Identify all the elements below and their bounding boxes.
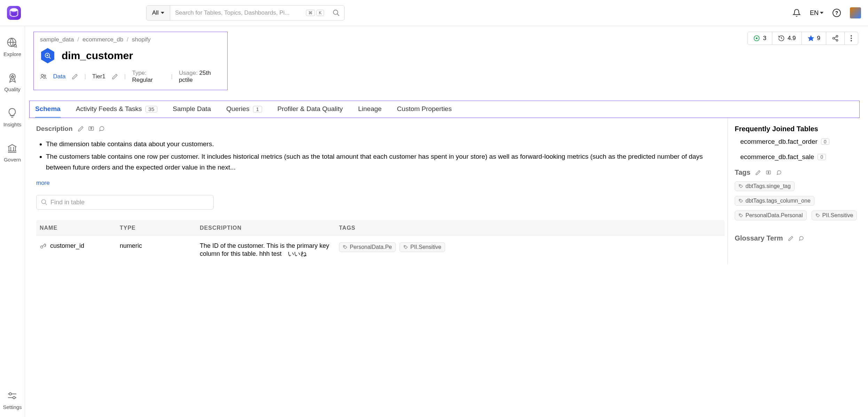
- share-button[interactable]: [826, 32, 845, 45]
- sidebar-item-explore[interactable]: Explore: [3, 37, 21, 57]
- comment-description[interactable]: [98, 126, 105, 132]
- stat-value: 3: [763, 35, 766, 42]
- svg-point-2: [333, 10, 338, 15]
- sidebar-label: Insights: [3, 121, 22, 127]
- tag-chip[interactable]: PersonalData.Pe: [339, 242, 396, 252]
- joined-table-item[interactable]: ecommerce_db.fact_order 0: [740, 138, 860, 145]
- tabs: Schema Activity Feeds & Tasks35 Sample D…: [29, 101, 860, 118]
- count-badge: 0: [821, 139, 829, 145]
- description-bullet: The customers table contains one row per…: [46, 151, 725, 173]
- tab-custom-props[interactable]: Custom Properties: [397, 105, 452, 118]
- govern-icon: [6, 142, 18, 155]
- stat-conversations[interactable]: 3: [748, 32, 772, 45]
- edit-owner[interactable]: [72, 73, 78, 80]
- svg-point-39: [740, 200, 740, 200]
- language-switcher[interactable]: EN: [810, 9, 823, 17]
- kbd-k: K: [316, 10, 324, 16]
- conversation-icon: [753, 35, 760, 42]
- svg-point-34: [344, 246, 345, 247]
- edit-glossary[interactable]: [788, 236, 794, 241]
- avatar[interactable]: [850, 7, 861, 18]
- search-input[interactable]: [170, 6, 306, 20]
- page-title: dim_customer: [62, 50, 133, 62]
- description-title: Description: [36, 125, 73, 133]
- svg-text:M: M: [12, 12, 16, 17]
- tag-icon: [739, 213, 743, 218]
- glossary-header: Glossary Term: [735, 234, 860, 242]
- search-scope-label: All: [152, 9, 159, 16]
- sidebar-item-govern[interactable]: Govern: [4, 142, 21, 163]
- comment-tags[interactable]: [776, 170, 782, 175]
- count-badge: 0: [818, 154, 826, 160]
- tab-queries[interactable]: Queries1: [226, 105, 262, 118]
- more-vertical-icon: [850, 35, 852, 42]
- search-button[interactable]: [328, 6, 344, 20]
- help-button[interactable]: ?: [833, 9, 841, 17]
- tag-icon: [815, 213, 820, 218]
- more-link[interactable]: more: [36, 180, 50, 187]
- search-shortcut: ⌘ K: [306, 6, 328, 20]
- badge-icon: [6, 72, 19, 84]
- find-input[interactable]: [50, 199, 209, 206]
- search-scope-dropdown[interactable]: All: [147, 6, 170, 20]
- breadcrumb-item[interactable]: ecommerce_db: [82, 36, 123, 43]
- pencil-icon: [72, 73, 78, 80]
- key-icon: [40, 243, 47, 250]
- stat-version[interactable]: 4.9: [772, 32, 802, 45]
- comment-glossary[interactable]: [798, 236, 804, 241]
- breadcrumb-item[interactable]: sample_data: [40, 36, 74, 43]
- pencil-icon: [78, 126, 84, 132]
- svg-marker-14: [808, 36, 814, 41]
- column-type: numeric: [120, 242, 200, 250]
- table-row[interactable]: customer_id numeric The ID of the custom…: [36, 236, 725, 264]
- sidebar-item-quality[interactable]: Quality: [4, 72, 21, 92]
- stat-stars[interactable]: 9: [802, 32, 826, 45]
- type-value: Regular: [132, 77, 153, 83]
- edit-description[interactable]: [78, 126, 84, 132]
- tag-chip[interactable]: dbtTags.tags_column_one: [735, 196, 814, 206]
- tags-list: dbtTags.singe_tag dbtTags.tags_column_on…: [735, 181, 860, 222]
- more-menu[interactable]: [845, 32, 858, 45]
- main: 3 4.9 9 sample_da: [25, 26, 868, 417]
- tab-schema[interactable]: Schema: [35, 105, 61, 118]
- find-in-table: [36, 195, 214, 210]
- tag-chip[interactable]: PII.Sensitive: [812, 211, 857, 220]
- breadcrumb-separator: /: [77, 36, 79, 43]
- svg-point-13: [756, 38, 757, 39]
- request-tags[interactable]: ?: [766, 170, 771, 175]
- sidebar-label: Quality: [4, 86, 21, 92]
- tag-chip[interactable]: dbtTags.singe_tag: [735, 181, 795, 191]
- tab-badge: 1: [253, 106, 262, 112]
- svg-point-16: [833, 38, 835, 39]
- pencil-icon: [755, 170, 761, 175]
- tab-activity[interactable]: Activity Feeds & Tasks35: [76, 105, 157, 118]
- kbd-cmd: ⌘: [306, 10, 315, 16]
- app-logo[interactable]: M: [7, 6, 21, 20]
- tag-chip[interactable]: PersonalData.Personal: [735, 211, 807, 220]
- svg-point-40: [740, 214, 740, 215]
- svg-text:?: ?: [768, 171, 770, 174]
- tab-lineage[interactable]: Lineage: [358, 105, 382, 118]
- svg-line-6: [16, 47, 17, 48]
- svg-text:?: ?: [90, 127, 92, 130]
- bulb-icon: [6, 107, 18, 119]
- request-description[interactable]: ?: [88, 126, 94, 132]
- tab-sample-data[interactable]: Sample Data: [173, 105, 211, 118]
- edit-tags[interactable]: [755, 170, 761, 175]
- bell-icon[interactable]: [792, 9, 801, 17]
- tag-chip[interactable]: PII.Sensitive: [400, 242, 445, 252]
- tab-profiler[interactable]: Profiler & Data Quality: [277, 105, 343, 118]
- svg-point-31: [42, 200, 46, 204]
- owner-link[interactable]: Data: [53, 73, 66, 80]
- sidebar-label: Explore: [3, 51, 21, 57]
- topbar-right: EN ?: [792, 7, 861, 18]
- svg-point-9: [9, 393, 12, 395]
- edit-tier[interactable]: [112, 73, 118, 80]
- breadcrumb-item[interactable]: shopify: [132, 36, 151, 43]
- col-header-name: NAME: [40, 225, 120, 231]
- sidebar-item-insights[interactable]: Insights: [3, 107, 22, 127]
- svg-point-41: [816, 214, 817, 215]
- sidebar-item-settings[interactable]: Settings: [3, 390, 22, 410]
- joined-table-item[interactable]: ecommerce_db.fact_sale 0: [740, 153, 860, 161]
- share-icon: [832, 35, 839, 42]
